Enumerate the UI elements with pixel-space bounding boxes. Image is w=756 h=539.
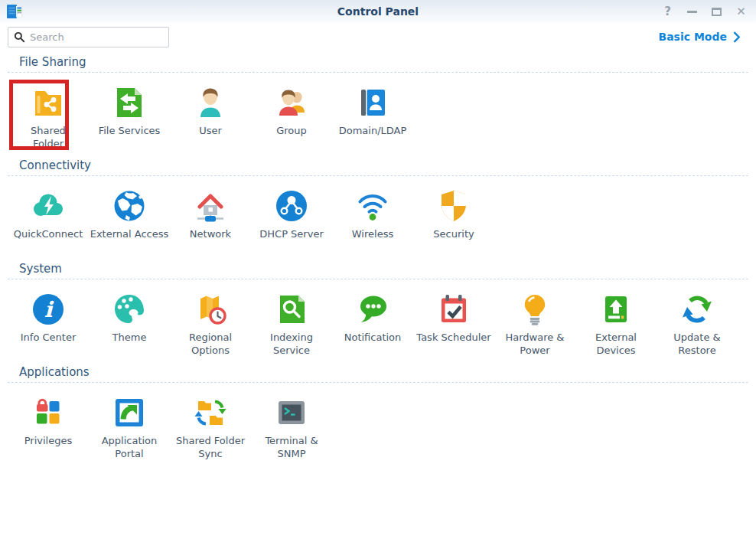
item-label: Network	[190, 227, 231, 240]
cp-item-dhcp-server[interactable]: DHCP Server	[251, 188, 332, 254]
cp-item-wireless[interactable]: Wireless	[332, 188, 413, 254]
info-center-icon: i	[30, 291, 67, 328]
section-row-connectivity: QuickConnect External Access	[0, 176, 756, 254]
shared-folder-icon	[30, 84, 67, 121]
search-icon	[14, 31, 25, 43]
group-icon	[273, 84, 310, 121]
regional-options-icon	[192, 291, 229, 328]
item-label: DHCP Server	[259, 227, 323, 240]
cp-item-shared-folder-sync[interactable]: Shared Folder Sync	[170, 394, 251, 461]
search-input[interactable]	[30, 31, 163, 43]
cp-item-file-services[interactable]: File Services	[89, 84, 170, 151]
toolbar: Basic Mode	[0, 25, 756, 48]
cp-item-network[interactable]: Network	[170, 188, 251, 254]
item-label: Shared Folder Sync	[176, 434, 245, 460]
cp-item-external-devices[interactable]: External Devices	[575, 291, 657, 358]
item-label: Shared Folder	[31, 124, 66, 150]
item-label: Terminal & SNMP	[265, 434, 318, 460]
item-label: Info Center	[21, 331, 77, 344]
help-icon[interactable]: ?	[662, 5, 673, 18]
search-box[interactable]	[8, 27, 169, 47]
network-icon	[192, 188, 229, 224]
application-portal-icon	[111, 394, 148, 431]
cp-item-external-access[interactable]: External Access	[89, 188, 170, 254]
file-services-icon	[111, 84, 148, 121]
section-header-applications: Applications	[8, 358, 748, 383]
titlebar: Control Panel ? ✕	[0, 0, 756, 23]
basic-mode-link[interactable]: Basic Mode	[659, 31, 741, 43]
item-label: Task Scheduler	[416, 331, 490, 344]
dhcp-server-icon	[273, 188, 310, 224]
control-panel-app-icon	[6, 3, 23, 20]
item-label: Notification	[344, 331, 402, 344]
item-label: Theme	[112, 331, 147, 344]
item-label: Domain/LDAP	[339, 124, 407, 137]
update-restore-icon	[679, 291, 715, 328]
item-label: External Devices	[595, 331, 637, 357]
section-row-system: i Info Center Theme	[0, 279, 756, 358]
cp-item-shared-folder[interactable]: Shared Folder	[8, 84, 89, 151]
security-icon	[435, 188, 472, 224]
window-title: Control Panel	[0, 0, 756, 23]
item-label: Indexing Service	[270, 331, 313, 357]
cp-item-hardware-power[interactable]: Hardware & Power	[494, 291, 575, 358]
cp-item-indexing-service[interactable]: Indexing Service	[251, 291, 332, 358]
hardware-power-icon	[516, 291, 553, 328]
section-row-applications: Privileges Application Portal Shared Fol	[0, 383, 756, 461]
cp-item-application-portal[interactable]: Application Portal	[89, 394, 170, 461]
cp-item-security[interactable]: Security	[413, 188, 494, 254]
cp-item-regional-options[interactable]: Regional Options	[170, 291, 251, 358]
cp-item-quickconnect[interactable]: QuickConnect	[8, 188, 89, 254]
item-label: Wireless	[352, 227, 393, 240]
external-devices-icon	[598, 291, 634, 328]
indexing-service-icon	[273, 291, 310, 328]
item-label: Group	[276, 124, 307, 137]
cp-item-group[interactable]: Group	[251, 84, 332, 151]
cp-item-terminal-snmp[interactable]: Terminal & SNMP	[251, 394, 332, 461]
cp-item-update-restore[interactable]: Update & Restore	[657, 291, 738, 358]
item-label: Update & Restore	[673, 331, 720, 357]
cp-item-notification[interactable]: Notification	[332, 291, 413, 358]
minimize-icon[interactable]	[686, 5, 698, 18]
window-controls: ? ✕	[662, 0, 747, 23]
item-label: QuickConnect	[14, 227, 83, 240]
domain-ldap-icon	[354, 84, 391, 121]
external-access-icon	[111, 188, 148, 224]
section-row-file-sharing: Shared Folder File Services User	[0, 73, 756, 151]
close-icon[interactable]: ✕	[735, 5, 747, 18]
section-header-connectivity: Connectivity	[8, 151, 748, 176]
theme-icon	[111, 291, 148, 328]
item-label: File Services	[99, 124, 161, 137]
item-label: Application Portal	[102, 434, 158, 460]
cp-item-user[interactable]: User	[170, 84, 251, 151]
cp-item-task-scheduler[interactable]: Task Scheduler	[413, 291, 494, 358]
cp-item-info-center[interactable]: i Info Center	[8, 291, 89, 358]
notification-icon	[354, 291, 391, 328]
item-label: Regional Options	[189, 331, 232, 357]
cp-item-theme[interactable]: Theme	[89, 291, 170, 358]
item-label: Privileges	[24, 434, 73, 447]
maximize-icon[interactable]	[711, 5, 722, 18]
item-label: Hardware & Power	[505, 331, 564, 357]
section-header-file-sharing: File Sharing	[8, 48, 748, 73]
user-icon	[192, 84, 229, 121]
cp-item-privileges[interactable]: Privileges	[8, 394, 89, 461]
item-label: External Access	[90, 227, 169, 240]
shared-folder-sync-icon	[192, 394, 229, 431]
item-label: User	[199, 124, 222, 137]
task-scheduler-icon	[435, 291, 472, 328]
section-header-system: System	[8, 254, 748, 279]
terminal-snmp-icon	[273, 394, 310, 431]
basic-mode-label: Basic Mode	[659, 31, 728, 43]
quickconnect-icon	[30, 188, 67, 224]
privileges-icon	[30, 394, 67, 431]
wireless-icon	[354, 188, 391, 224]
item-label: Security	[433, 227, 474, 240]
cp-item-domain-ldap[interactable]: Domain/LDAP	[332, 84, 413, 151]
chevron-right-icon	[733, 31, 741, 43]
